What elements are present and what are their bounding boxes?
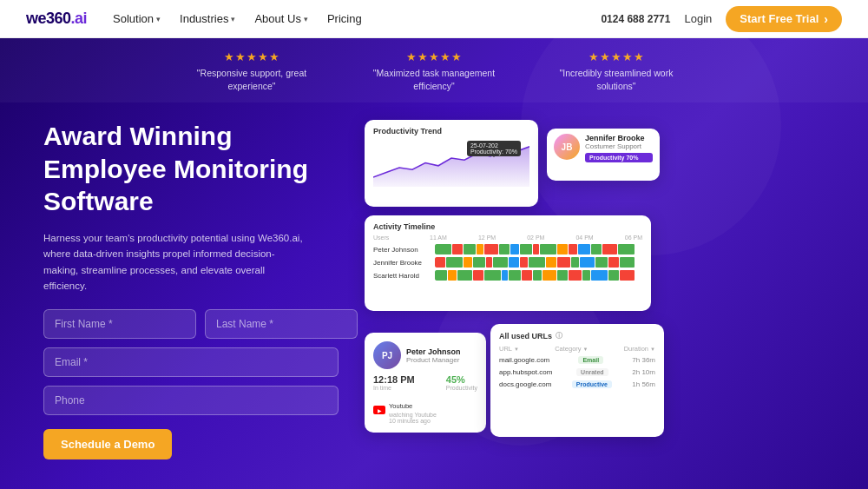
hero-desc: Harness your team's productivity potenti… (43, 230, 304, 294)
chevron-down-icon: ▾ (156, 15, 161, 23)
nav-links: Solution ▾ Industries ▾ About Us ▾ Prici… (113, 12, 601, 25)
user-label: Scarlett Harold (373, 272, 430, 280)
peter-stats: 12:18 PM In time 45% Productivity (373, 374, 477, 391)
peter-pct-value: 45% (446, 374, 477, 385)
schedule-button[interactable]: Schedule a Demo (43, 429, 172, 459)
timeline-row-jennifer: Jennifer Brooke (373, 257, 642, 268)
productivity-badge: Productivity 70% (585, 153, 653, 162)
timeline-bar-scarlett (435, 270, 642, 281)
url-name-1: mail.google.com (499, 356, 549, 364)
arrow-icon: › (824, 12, 828, 26)
time-col-4: 04 PM (575, 235, 593, 241)
jennifer-card: JB Jennifer Brooke Costumer Support Prod… (547, 129, 660, 181)
users-col-header: Users (373, 235, 430, 241)
jennifer-info: Jennifer Brooke Costumer Support Product… (585, 134, 653, 162)
peter-pct-stat: 45% Productivity (446, 374, 477, 391)
jennifer-name: Jennifer Brooke (585, 134, 653, 142)
last-name-input[interactable] (205, 309, 358, 339)
url-cat-3: Productive (572, 380, 612, 388)
peter-header: PJ Peter Johnson Product Manager (373, 341, 477, 369)
youtube-row: ▶ Youtube watching Youtube 10 minutes ag… (373, 396, 477, 424)
peter-card: PJ Peter Johnson Product Manager 12:18 P… (365, 333, 486, 433)
urls-card: All used URLs ⓘ URL ▼ Category ▼ Duratio… (490, 324, 664, 437)
hero-right: Productivity Trend 25-07-202Productivity… (356, 120, 833, 459)
testimonial-3: ★★★★★ "Incredibly streamlined work solut… (551, 50, 681, 92)
stars-2: ★★★★★ (369, 50, 499, 63)
url-name-3: docs.google.com (499, 380, 551, 388)
hero-title: Award Winning Employee Monitoring Softwa… (43, 120, 339, 218)
productivity-chart: 25-07-202Productivity: 70% (373, 139, 529, 195)
phone-input[interactable] (43, 386, 339, 415)
peter-avatar: PJ (373, 341, 401, 369)
nav-item-pricing[interactable]: Pricing (327, 12, 362, 25)
hero-main: Award Winning Employee Monitoring Softwa… (0, 102, 868, 489)
nav-item-about[interactable]: About Us ▾ (254, 12, 307, 25)
url-name-2: app.hubspot.com (499, 368, 552, 376)
timeline-bar-peter (435, 244, 642, 254)
url-dur-3: 1h 56m (632, 380, 655, 388)
peter-time-stat: 12:18 PM In time (373, 374, 415, 391)
url-cat-2: Unrated (576, 368, 608, 376)
stars-1: ★★★★★ (187, 50, 317, 63)
nav-right: 0124 688 2771 Login Start Free Trial › (601, 6, 842, 32)
timeline-title: Activity Timeline (373, 222, 642, 231)
first-name-input[interactable] (43, 309, 196, 339)
testimonial-text-3: "Incredibly streamlined work solutions" (551, 67, 681, 92)
youtube-label: Youtube (389, 402, 412, 410)
url-col-header: URL ▼ (499, 345, 519, 353)
peter-name: Peter Johnson (406, 347, 461, 356)
time-col-2: 12 PM (478, 235, 496, 241)
info-icon: ⓘ (556, 331, 562, 340)
hero-section: ★★★★★ "Responsive support, great experie… (0, 38, 868, 489)
peter-role: Product Manager (406, 356, 461, 364)
email-input[interactable] (43, 347, 339, 377)
peter-time-label: In time (373, 385, 415, 391)
chevron-down-icon: ▾ (231, 15, 235, 23)
testimonial-1: ★★★★★ "Responsive support, great experie… (187, 50, 317, 92)
time-col-1: 11 AM (430, 235, 447, 241)
navbar: we360.ai Solution ▾ Industries ▾ About U… (0, 0, 868, 38)
youtube-info: Youtube watching Youtube 10 minutes ago (389, 396, 437, 424)
time-col-3: 02 PM (527, 235, 544, 241)
url-dur-2: 2h 10m (632, 368, 655, 376)
jennifer-avatar: JB (554, 134, 580, 160)
timeline-row-peter: Peter Johnson (373, 244, 642, 254)
hero-left: Award Winning Employee Monitoring Softwa… (43, 120, 339, 459)
time-col-5: 06 PM (625, 235, 642, 241)
timeline-row-scarlett: Scarlett Harold (373, 270, 642, 281)
nav-item-solution[interactable]: Solution ▾ (113, 12, 161, 25)
url-row-3: docs.google.com Productive 1h 56m (499, 380, 655, 388)
stars-3: ★★★★★ (551, 50, 681, 63)
testimonial-text-2: "Maximized task management efficiency" (369, 67, 499, 92)
peter-info: Peter Johnson Product Manager (406, 347, 461, 364)
nav-item-industries[interactable]: Industries ▾ (180, 12, 235, 25)
chevron-down-icon: ▾ (304, 15, 308, 23)
testimonials-bar: ★★★★★ "Responsive support, great experie… (0, 38, 868, 102)
user-label: Peter Johnson (373, 246, 430, 254)
youtube-icon: ▶ (373, 406, 385, 414)
timeline-bar-jennifer (435, 257, 642, 268)
url-row-2: app.hubspot.com Unrated 2h 10m (499, 368, 655, 376)
productivity-card: Productivity Trend 25-07-202Productivity… (365, 120, 538, 207)
url-row-1: mail.google.com Email 7h 36m (499, 356, 655, 364)
category-col-header: Category ▼ (555, 345, 588, 353)
peter-pct-label: Productivity (446, 385, 477, 391)
url-cat-1: Email (578, 356, 603, 364)
trial-button[interactable]: Start Free Trial › (726, 6, 842, 32)
phone-number: 0124 688 2771 (601, 13, 670, 25)
jennifer-role: Costumer Support (585, 142, 653, 150)
timeline-card: Activity Timeline Users 11 AM 12 PM 02 P… (365, 215, 651, 311)
urls-header: URL ▼ Category ▼ Duration ▼ (499, 345, 655, 353)
duration-col-header: Duration ▼ (624, 345, 655, 353)
user-label: Jennifer Brooke (373, 259, 430, 267)
productivity-card-title: Productivity Trend (373, 127, 529, 135)
logo[interactable]: we360.ai (26, 10, 87, 28)
timeline-header: Users 11 AM 12 PM 02 PM 04 PM 06 PM (373, 235, 642, 241)
login-button[interactable]: Login (684, 12, 712, 25)
url-dur-1: 7h 36m (632, 356, 655, 364)
testimonial-2: ★★★★★ "Maximized task management efficie… (369, 50, 499, 92)
testimonial-text-1: "Responsive support, great experience" (187, 67, 317, 92)
peter-time-value: 12:18 PM (373, 374, 415, 385)
urls-title: All used URLs ⓘ (499, 331, 655, 340)
name-form-row (43, 309, 339, 339)
